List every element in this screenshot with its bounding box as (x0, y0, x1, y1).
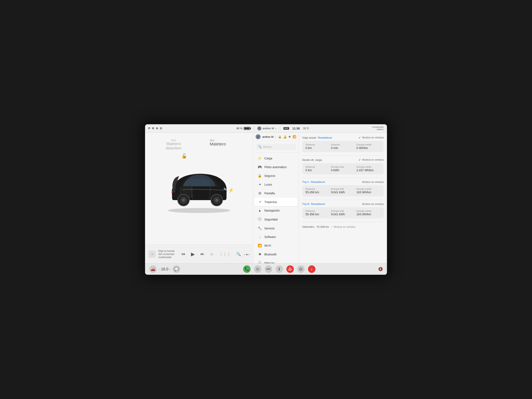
viaje-actual-distancia-label: Distancia (305, 143, 329, 146)
odometer-value: 75.308 km (317, 225, 329, 228)
bluetooth-icon: ✱ (258, 252, 262, 256)
trip-b-reset[interactable]: Restablecer (311, 203, 325, 206)
screen-outer: P R N D 98 % 👤 andres M ↓ SOS 11:38 31 (143, 123, 389, 276)
nav-item-seguros[interactable]: 🔒 Seguros (254, 171, 297, 180)
viaje-actual-energia-label: Energía media (356, 143, 380, 146)
trip-b-title[interactable]: Trip B (302, 203, 309, 206)
open-trunk-text: Abrir (210, 139, 215, 141)
user-name-text: andres M (262, 135, 273, 138)
taskbar-right: 🔇 (378, 267, 383, 271)
middle-panel: 👤 andres M ↓ 🔒 🔔 ✱ 📶 🔍 Busc (253, 133, 299, 263)
nav-item-trayectos[interactable]: ↗ Trayectos (254, 198, 297, 206)
trip-a-stat-energia-total: Energía total 9.041 kWh (331, 188, 355, 194)
trip-b-distancia-value: 55.456 km (305, 213, 329, 216)
info-button[interactable]: ℹ (276, 265, 283, 273)
nav-item-carga[interactable]: ⚡ Carga (254, 154, 297, 163)
svg-point-0 (168, 208, 230, 213)
dots-button[interactable]: ••• (265, 265, 272, 273)
prev-track-button[interactable]: ⏮ (181, 251, 186, 257)
joystick-button[interactable]: 🕹 (286, 265, 294, 273)
viaje-actual-reset[interactable]: Restablecer (318, 136, 332, 139)
pantalla-label: Pantalla (264, 192, 275, 195)
trip-a-show-window: Mostrar en ventana (362, 181, 384, 184)
search-input-wrap[interactable]: 🔍 Buscar (256, 144, 296, 150)
viaje-actual-show-label: Mostrar en ventana (362, 136, 384, 139)
media-bar: ♪ Elija la fuente del contenido multimed… (145, 245, 253, 263)
nav-item-bluetooth[interactable]: ✱ Bluetooth (254, 250, 297, 259)
odometer-check: ✓ Mostrar en ventana (331, 226, 355, 228)
media-center-button[interactable]: ⊙ (254, 265, 261, 273)
separator-2 (302, 178, 384, 178)
trip-a-card: Distancia 55.456 km Energía total 9.041 … (302, 185, 384, 196)
desde-carga-energia-total-label: Energía total (331, 166, 355, 168)
front-trunk-text: Maleterodelantero (166, 142, 181, 151)
next-track-button[interactable]: ⏭ (200, 251, 205, 257)
grid-button[interactable]: ⊟ (297, 265, 305, 273)
play-button[interactable]: ▶ (190, 250, 196, 258)
trip-b-energia-media-value: 163 Wh/km (356, 213, 380, 216)
phone-button[interactable]: 📞 (243, 265, 251, 273)
nav-item-piloto[interactable]: 🎮 Piloto automático (254, 163, 297, 171)
desde-carga-stat-distancia: Distancia 0 km (305, 166, 329, 172)
battery-fill (244, 128, 250, 129)
trayectos-icon: ↗ (258, 200, 262, 204)
nav-item-seguridad[interactable]: ⓘ Seguridad (254, 215, 297, 224)
nav-item-luces[interactable]: ✦ Luces (254, 180, 297, 189)
status-divider-1 (254, 126, 254, 131)
mute-button[interactable]: 🔇 (378, 267, 383, 271)
desde-carga-distancia-value: 0 km (305, 169, 329, 172)
trip-a-show-label: Mostrar en ventana (362, 181, 384, 184)
bluetooth-header-icon[interactable]: ✱ (288, 135, 291, 138)
odometer-label: Odómetro : (302, 225, 316, 228)
music-button[interactable]: ♪ (308, 265, 316, 273)
servicio-icon: 🔧 (258, 226, 262, 230)
separator-3 (302, 200, 384, 200)
dot-2 (246, 254, 247, 255)
search-bar: 🔍 Buscar (253, 141, 299, 152)
media-dots (244, 254, 250, 255)
bell-icon[interactable]: 🔔 (283, 135, 287, 138)
favorite-button[interactable]: ☆ (209, 251, 214, 257)
nav-item-pantalla[interactable]: ⊞ Pantalla (254, 189, 297, 197)
nav-item-mejoras[interactable]: 🔓 Mejoras (254, 259, 297, 263)
desde-carga-section: Desde últ. carga ✓ Mostrar en ventana Di… (302, 158, 384, 174)
messages-button[interactable]: 💬 (173, 265, 180, 273)
passenger-airbag-text: PASSENGERAIRBAG (372, 126, 384, 131)
desde-carga-energia-total-value: 0 kWh (331, 169, 355, 172)
battery-percent: 98 % (236, 127, 242, 130)
nav-item-wifi[interactable]: 📶 Wi-Fi (254, 241, 297, 250)
trip-a-stat-distancia: Distancia 55.456 km (305, 188, 329, 194)
status-bar: P R N D 98 % 👤 andres M ↓ SOS 11:38 31 (145, 124, 387, 133)
car-home-button[interactable]: 🚗 (149, 265, 157, 273)
navegacion-icon: ▲ (258, 209, 262, 212)
trip-b-stat-energia-media: Energía media 163 Wh/km (356, 210, 380, 216)
trip-b-stat-energia-total: Energía total 9.041 kWh (331, 210, 355, 216)
music-icon-button[interactable]: ♪ (148, 250, 156, 258)
user-header-icons: ↓ 🔒 🔔 ✱ 📶 (275, 135, 296, 138)
equalizer-button[interactable]: ⋮⋮⋮ (218, 251, 231, 257)
status-download-icon: ↓ (275, 127, 277, 130)
trip-a-title[interactable]: Trip A (302, 180, 309, 184)
trunk-text: Maletero (210, 142, 226, 146)
trip-b-show-label: Mostrar en ventana (362, 203, 384, 206)
nav-item-navegacion[interactable]: ▲ Navegación (254, 206, 297, 215)
servicio-label: Servicio (264, 227, 275, 230)
lock-header-icon[interactable]: 🔒 (278, 135, 282, 138)
seguridad-label: Seguridad (264, 218, 278, 221)
software-label: Software (264, 235, 276, 239)
nav-item-software[interactable]: ↓ Software (254, 233, 297, 241)
carga-icon: ⚡ (258, 156, 262, 160)
nav-item-servicio[interactable]: 🔧 Servicio (254, 224, 297, 233)
navegacion-label: Navegación (264, 209, 280, 212)
download-icon[interactable]: ↓ (275, 135, 276, 138)
trip-a-reset[interactable]: Restablecer (311, 180, 325, 184)
screen-inner: P R N D 98 % 👤 andres M ↓ SOS 11:38 31 (145, 124, 387, 275)
search-media-button[interactable]: 🔍 (235, 251, 242, 257)
lightning-bolt: ⚡ (228, 187, 234, 193)
trip-b-stat-distancia: Distancia 55.456 km (305, 210, 329, 216)
trip-b-show-window: Mostrar en ventana (362, 203, 384, 206)
trip-b-distancia-label: Distancia (305, 210, 329, 212)
dot-1 (244, 254, 245, 255)
taskbar: 🚗 ◁ 16.0 ▷ 💬 📞 ⊙ ••• ℹ 🕹 ⊟ ♪ 🔇 (145, 263, 387, 275)
wifi-icon: 📶 (258, 244, 262, 247)
